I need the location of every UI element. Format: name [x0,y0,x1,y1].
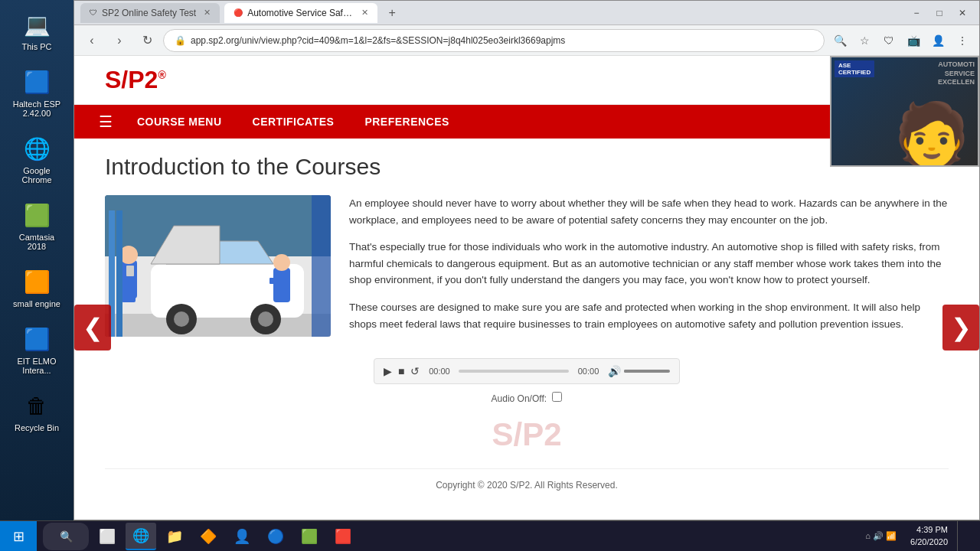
taskbar-app2[interactable]: 🟩 [294,523,325,550]
tab2-close[interactable]: ✕ [361,8,368,18]
hamburger-menu[interactable]: ☰ [90,112,122,131]
shield-icon[interactable]: 🛡 [878,30,900,51]
volume-control: 🔊 [608,365,670,377]
play-button[interactable]: ▶ [384,365,392,377]
svg-point-13 [273,254,290,271]
content-area: An employee should never have to worry a… [105,195,949,343]
tab1-close[interactable]: ✕ [204,8,211,18]
tab1-title: SP2 Online Safety Test [102,8,196,18]
browser-tab-2[interactable]: 🔴 Automotive Service Safety - Intr... ✕ [224,3,377,23]
site-footer: Copyright © 2020 S/P2. All Rights Reserv… [105,468,949,501]
desktop-icon-2[interactable]: 🌐 Google Chrome [6,130,67,187]
profile-icon[interactable]: 👤 [927,30,949,51]
taskbar-app1[interactable]: 👤 [227,523,257,550]
paragraph-2: That's especially true for those individ… [349,239,949,289]
desktop-icon-6[interactable]: 🗑 Recycle Bin [6,387,67,435]
svg-point-7 [258,311,273,327]
svg-rect-16 [116,210,122,337]
person-icon: 🧑 [893,104,970,165]
course-image [105,195,331,337]
course-text: An employee should never have to worry a… [349,195,949,343]
tab2-title: Automotive Service Safety - Intr... [247,8,354,18]
svg-rect-10 [122,279,136,302]
desktop-icon-label-3: Camtasia 2018 [9,233,64,251]
watermark-logo: S/P2 [105,416,949,453]
desktop-icon-1[interactable]: 🟦 Haltech ESP 2.42.00 [6,64,67,121]
content-wrapper: ❮ ❯ Introduction to the Courses [74,139,979,517]
copyright-text: Copyright © 2020 S/P2. All Rights Reserv… [436,480,618,491]
browser-toolbar: ‹ › ↻ 🔒 app.sp2.org/univ/view.php?cid=40… [74,25,979,56]
star-icon[interactable]: ☆ [854,30,875,51]
refresh-button[interactable]: ↻ [136,29,158,52]
taskbar-app3[interactable]: 🟥 [328,523,358,550]
browser-tab-1[interactable]: 🛡 SP2 Online Safety Test ✕ [80,3,220,23]
certificates-nav[interactable]: CERTIFICATES [237,105,350,139]
taskbar-ie[interactable]: 🔵 [260,523,291,550]
desktop-icon-img-1: 🟦 [21,67,52,97]
desktop-icon-label-1: Haltech ESP 2.42.00 [9,99,64,118]
audio-toggle[interactable] [552,392,562,402]
desktop-icon-label-6: Recycle Bin [15,423,59,432]
video-overlay: ASECERTIFIED AUTOMOTISERVICEEXCELLEN 🧑 [830,56,979,167]
desktop-icon-5[interactable]: 🟦 EIT ELMO Intera... [6,321,67,378]
next-arrow[interactable]: ❯ [942,305,979,350]
audio-player[interactable]: ▶ ■ ↺ 00:00 00:00 🔊 [374,358,680,384]
back-button[interactable]: ‹ [80,29,103,52]
close-button[interactable]: ✕ [952,5,973,21]
audio-label-text: Audio On/Off: [492,393,547,404]
window-controls: − □ ✕ [906,5,973,21]
volume-bar[interactable] [624,370,670,373]
right-chevron-icon: ❯ [951,313,972,342]
taskbar-chrome[interactable]: 🌐 [126,523,156,550]
taskbar-search[interactable]: 🔍 [43,523,89,550]
desktop-icon-label-4: small engine [13,299,60,308]
lock-icon: 🔒 [175,35,186,46]
course-menu-nav[interactable]: COURSE MENU [122,105,237,139]
mechanics-illustration [105,195,331,337]
prev-arrow[interactable]: ❮ [74,305,111,350]
windows-taskbar: ⊞ 🔍 ⬜ 🌐 📁 🔶 👤 🔵 🟩 🟥 ⌂ 🔊 📶 4:39 PM 6/20/2… [0,520,980,551]
watermark: S/P2 [105,416,949,453]
page-title: Introduction to the Courses [105,154,949,180]
desktop-icon-img-6: 🗑 [21,390,52,421]
system-tray: ⌂ 🔊 📶 [861,531,901,541]
video-inner: ASECERTIFIED AUTOMOTISERVICEEXCELLEN 🧑 [831,57,978,165]
address-bar[interactable]: 🔒 app.sp2.org/univ/view.php?cid=409&m=1&… [163,29,825,52]
time-current: 00:00 [426,367,452,376]
svg-rect-11 [126,266,134,276]
taskbar-folder[interactable]: 📁 [159,523,190,550]
desktop: 💻 This PC 🟦 Haltech ESP 2.42.00 🌐 Google… [0,0,74,520]
replay-button[interactable]: ↺ [410,365,420,377]
tab1-favicon: 🛡 [90,8,97,17]
desktop-icon-4[interactable]: 🟧 small engine [6,263,67,311]
ase-badge: ASECERTIFIED [835,60,874,77]
desktop-icon-label-2: Google Chrome [9,166,64,184]
cast-icon[interactable]: 📺 [903,30,924,51]
taskbar-vlc[interactable]: 🔶 [193,523,224,550]
new-tab-button[interactable]: + [382,3,402,23]
time-total: 00:00 [575,367,602,376]
taskbar-taskview[interactable]: ⬜ [92,523,122,550]
preferences-nav[interactable]: PREFERENCES [349,105,465,139]
start-button[interactable]: ⊞ [0,521,37,552]
browser-window: 🛡 SP2 Online Safety Test ✕ 🔴 Automotive … [74,0,980,520]
menu-icon[interactable]: ⋮ [952,30,973,51]
url-text: app.sp2.org/univ/view.php?cid=409&m=1&l=… [191,35,813,46]
website-content: ASECERTIFIED AUTOMOTISERVICEEXCELLEN 🧑 S… [74,56,979,520]
volume-icon: 🔊 [608,365,621,377]
desktop-icon-0[interactable]: 💻 This PC [6,6,67,54]
maximize-button[interactable]: □ [929,5,950,21]
svg-point-5 [174,311,189,327]
show-desktop-button[interactable] [957,521,980,552]
progress-bar[interactable] [459,370,569,373]
stop-button[interactable]: ■ [398,365,404,377]
paragraph-3: These courses are designed to make sure … [349,299,949,332]
search-icon[interactable]: 🔍 [829,30,851,51]
desktop-icon-3[interactable]: 🟩 Camtasia 2018 [6,197,67,254]
svg-rect-17 [312,195,331,337]
paragraph-1: An employee should never have to worry a… [349,195,949,228]
minimize-button[interactable]: − [906,5,927,21]
left-chevron-icon: ❮ [83,313,103,342]
forward-button[interactable]: › [108,29,131,52]
audio-label: Audio On/Off: [105,392,949,404]
